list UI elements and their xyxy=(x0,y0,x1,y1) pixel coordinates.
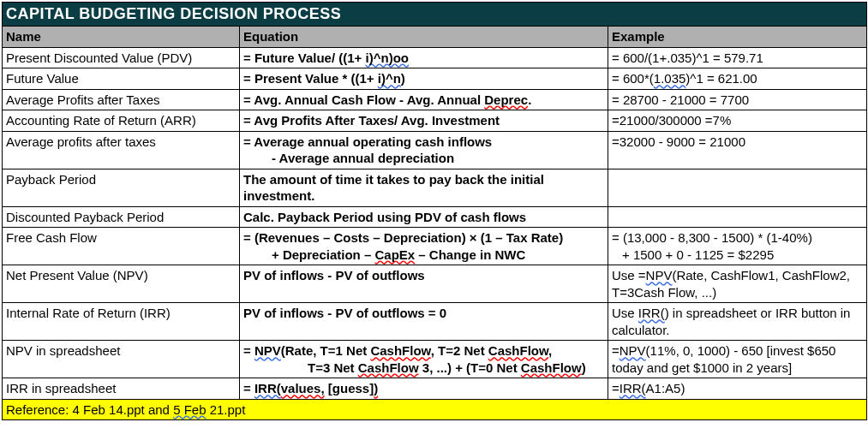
header-equation: Equation xyxy=(240,27,608,48)
table-row: Accounting Rate of Return (ARR) = Avg Pr… xyxy=(3,110,867,132)
equation-cell: PV of inflows - PV of outflows = 0 xyxy=(240,303,608,341)
example-cell: = 600*(1.035)^1 = 621.00 xyxy=(608,68,867,90)
name-cell: Discounted Payback Period xyxy=(3,206,240,228)
capital-budgeting-table: CAPITAL BUDGETING DECISION PROCESS Name … xyxy=(2,2,867,420)
name-cell: Future Value xyxy=(3,68,240,90)
equation-cell: = NPV(Rate, T=1 Net CashFlow, T=2 Net Ca… xyxy=(240,341,608,378)
name-cell: Accounting Rate of Return (ARR) xyxy=(3,110,240,132)
name-cell: NPV in spreadsheet xyxy=(3,341,240,378)
table-row: Future Value = Present Value * ((1+ i)^n… xyxy=(3,68,867,90)
equation-cell: = Average annual operating cash inflows … xyxy=(240,131,608,169)
example-cell: = 600/(1+.035)^1 = 579.71 xyxy=(608,47,867,68)
name-cell: Present Discounted Value (PDV) xyxy=(3,47,240,68)
table-row: NPV in spreadsheet = NPV(Rate, T=1 Net C… xyxy=(3,341,867,378)
equation-cell: The amount of time it takes to pay back … xyxy=(240,169,608,206)
equation-cell: = Avg Profits After Taxes/ Avg. Investme… xyxy=(240,110,608,132)
name-cell: IRR in spreadsheet xyxy=(3,378,240,400)
example-cell: Use IRR() in spreadsheet or IRR button i… xyxy=(608,303,867,341)
header-example: Example xyxy=(608,27,867,48)
table-row: Average Profits after Taxes = Avg. Annua… xyxy=(3,89,867,110)
name-cell: Internal Rate of Return (IRR) xyxy=(3,303,240,341)
equation-cell: = (Revenues – Costs – Depreciation) × (1… xyxy=(240,228,608,265)
equation-cell: Calc. Payback Period using PDV of cash f… xyxy=(240,206,608,228)
table-row: Net Present Value (NPV) PV of inflows - … xyxy=(3,265,867,303)
example-cell: Use =NPV(Rate, CashFlow1, CashFlow2, T=3… xyxy=(608,265,867,303)
example-cell xyxy=(608,206,867,228)
reference-cell: Reference: 4 Feb 14.ppt and 5 Feb 21.ppt xyxy=(3,399,867,420)
table-row: Payback Period The amount of time it tak… xyxy=(3,169,867,206)
table-row: Average profits after taxes = Average an… xyxy=(3,131,867,169)
table-row: Discounted Payback Period Calc. Payback … xyxy=(3,206,867,228)
example-cell: = (13,000 - 8,300 - 1500) * (1-40%) + 15… xyxy=(608,228,867,265)
example-cell: = 28700 - 21000 = 7700 xyxy=(608,89,867,110)
table-row: Present Discounted Value (PDV) = Future … xyxy=(3,47,867,68)
name-cell: Average Profits after Taxes xyxy=(3,89,240,110)
example-cell: =21000/300000 =7% xyxy=(608,110,867,132)
header-name: Name xyxy=(3,27,240,48)
table-row: Internal Rate of Return (IRR) PV of infl… xyxy=(3,303,867,341)
header-row: Name Equation Example xyxy=(3,27,867,48)
equation-cell: = Avg. Annual Cash Flow - Avg. Annual De… xyxy=(240,89,608,110)
example-cell: =IRR(A1:A5) xyxy=(608,378,867,400)
example-cell xyxy=(608,169,867,206)
example-cell: =32000 - 9000 = 21000 xyxy=(608,131,867,169)
name-cell: Payback Period xyxy=(3,169,240,206)
reference-row: Reference: 4 Feb 14.ppt and 5 Feb 21.ppt xyxy=(3,399,867,420)
name-cell: Net Present Value (NPV) xyxy=(3,265,240,303)
table-row: IRR in spreadsheet = IRR(values, [guess]… xyxy=(3,378,867,400)
equation-cell: = Present Value * ((1+ i)^n) xyxy=(240,68,608,90)
title-row: CAPITAL BUDGETING DECISION PROCESS xyxy=(3,3,867,27)
example-cell: =NPV(11%, 0, 1000) - 650 [invest $650 to… xyxy=(608,341,867,378)
table-row: Free Cash Flow = (Revenues – Costs – Dep… xyxy=(3,228,867,265)
name-cell: Average profits after taxes xyxy=(3,131,240,169)
name-cell: Free Cash Flow xyxy=(3,228,240,265)
table-title: CAPITAL BUDGETING DECISION PROCESS xyxy=(3,3,867,27)
equation-cell: = IRR(values, [guess]) xyxy=(240,378,608,400)
equation-cell: PV of inflows - PV of outflows xyxy=(240,265,608,303)
equation-cell: = Future Value/ ((1+ i)^n)oo xyxy=(240,47,608,68)
